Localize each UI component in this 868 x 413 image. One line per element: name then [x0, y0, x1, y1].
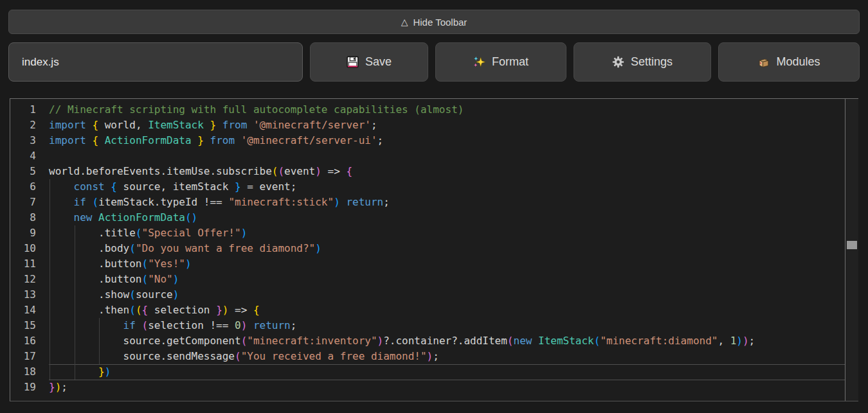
line-number: 7 — [10, 195, 49, 210]
code-line[interactable]: 9 .title("Special Offer!") — [10, 225, 845, 241]
code-editor: 1// Minecraft scripting with full autoco… — [10, 98, 858, 401]
line-number: 12 — [10, 272, 49, 287]
line-number: 10 — [10, 241, 49, 256]
code-line[interactable]: 5world.beforeEvents.itemUse.subscribe((e… — [10, 164, 845, 179]
line-number: 19 — [10, 380, 49, 395]
hide-toolbar-label: Hide Toolbar — [413, 17, 467, 28]
code-line[interactable]: 15 if (selection !== 0) return; — [10, 318, 845, 333]
floppy-disk-icon — [347, 56, 359, 68]
line-number: 1 — [10, 102, 49, 118]
line-number: 15 — [10, 318, 49, 333]
triangle-up-icon: △ — [401, 17, 408, 27]
line-number: 16 — [10, 333, 49, 349]
line-number: 9 — [10, 225, 49, 241]
code-line[interactable]: 19}); — [10, 380, 845, 395]
package-icon — [757, 56, 770, 68]
code-line[interactable]: 4 — [10, 148, 845, 164]
line-number: 6 — [10, 179, 49, 195]
code-line[interactable]: 2import { world, ItemStack } from '@mine… — [10, 118, 845, 133]
line-number: 17 — [10, 349, 49, 364]
code-line[interactable]: 6 const { source, itemStack } = event; — [10, 179, 845, 195]
code-area[interactable]: 1// Minecraft scripting with full autoco… — [10, 99, 845, 401]
line-number: 18 — [10, 364, 49, 380]
modules-button-label: Modules — [776, 55, 820, 69]
format-button-label: Format — [492, 55, 529, 69]
line-number: 13 — [10, 287, 49, 303]
modules-button[interactable]: Modules — [718, 42, 860, 82]
line-number: 5 — [10, 164, 49, 179]
code-lines: 1// Minecraft scripting with full autoco… — [10, 102, 845, 395]
code-line[interactable]: 11 .button("Yes!") — [10, 256, 845, 272]
code-line[interactable]: 18 }) — [10, 364, 845, 380]
code-line[interactable]: 12 .button("No") — [10, 272, 845, 287]
code-line[interactable]: 14 .then(({ selection }) => { — [10, 303, 845, 318]
line-number: 3 — [10, 133, 49, 148]
sparkles-icon — [473, 56, 485, 68]
save-button[interactable]: Save — [310, 42, 428, 82]
line-number: 11 — [10, 256, 49, 272]
file-toolbar: Save Format — [8, 42, 860, 82]
code-line[interactable]: 16 source.getComponent("minecraft:invent… — [10, 333, 845, 349]
line-number: 8 — [10, 210, 49, 225]
code-line[interactable]: 7 if (itemStack.typeId !== "minecraft:st… — [10, 195, 845, 210]
gear-icon — [612, 56, 624, 68]
filename-input[interactable] — [8, 42, 303, 82]
code-line[interactable]: 13 .show(source) — [10, 287, 845, 303]
app: △ Hide Toolbar Save — [0, 10, 868, 401]
scrollbar-thumb[interactable] — [847, 241, 857, 249]
line-number: 4 — [10, 148, 49, 164]
editor-scrollbar[interactable] — [845, 99, 858, 401]
settings-button-label: Settings — [631, 55, 673, 69]
save-button-label: Save — [365, 55, 392, 69]
code-line[interactable]: 10 .body("Do you want a free diamond?") — [10, 241, 845, 256]
code-line[interactable]: 3import { ActionFormData } from '@minecr… — [10, 133, 845, 148]
code-line[interactable]: 8 new ActionFormData() — [10, 210, 845, 225]
line-number: 14 — [10, 303, 49, 318]
line-number: 2 — [10, 118, 49, 133]
settings-button[interactable]: Settings — [574, 42, 711, 82]
code-line[interactable]: 1// Minecraft scripting with full autoco… — [10, 102, 845, 118]
format-button[interactable]: Format — [435, 42, 566, 82]
hide-toolbar-button[interactable]: △ Hide Toolbar — [8, 10, 860, 34]
code-line[interactable]: 17 source.sendMessage("You received a fr… — [10, 349, 845, 364]
